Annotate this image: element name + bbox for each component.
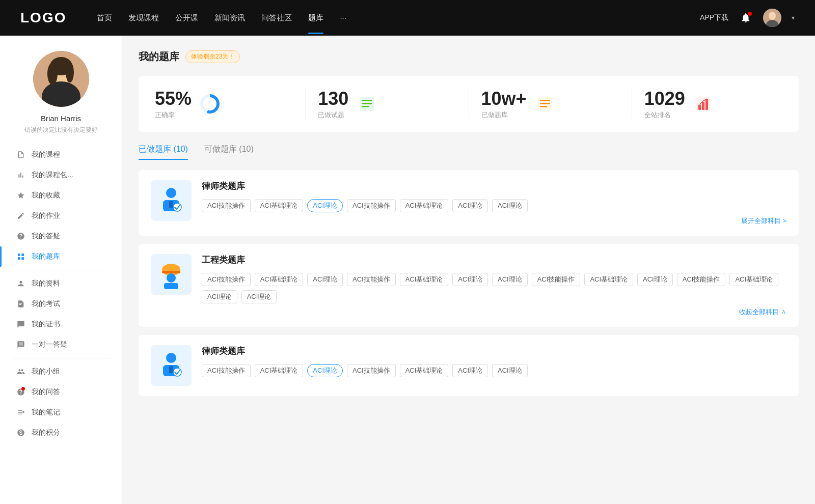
eng-tag-13[interactable]: ACI理论 [202, 290, 237, 303]
eng-tag-2[interactable]: ACI基础理论 [255, 273, 304, 286]
pie-chart-inner [203, 97, 216, 110]
navbar-right: APP下载 ▾ [700, 9, 795, 27]
tag-5[interactable]: ACI基础理论 [400, 199, 449, 212]
law2-tag-6[interactable]: ACI理论 [452, 364, 488, 377]
law2-tag-7[interactable]: ACI理论 [492, 364, 528, 377]
trial-badge: 体验剩余23天！ [185, 50, 240, 63]
eng-tag-5[interactable]: ACI基础理论 [400, 273, 449, 286]
qbank-card-lawyer-2: 律师类题库 ACI技能操作 ACI基础理论 ACI理论 ACI技能操作 ACI基… [139, 335, 799, 396]
avatar[interactable] [763, 9, 781, 27]
sidebar-item-favorites[interactable]: 我的收藏 [0, 185, 122, 206]
qbank-card-engineer: 工程类题库 ACI技能操作 ACI基础理论 ACI理论 ACI技能操作 ACI基… [139, 244, 799, 327]
sidebar-label-1v1: 一对一答疑 [32, 340, 67, 349]
logo[interactable]: LOGO [20, 10, 66, 26]
svg-rect-12 [362, 106, 369, 107]
svg-rect-23 [169, 201, 173, 208]
sidebar-item-homework[interactable]: 我的作业 [0, 206, 122, 226]
svg-rect-19 [702, 102, 704, 110]
qbank-card-lawyer-1: 律师类题库 ACI技能操作 ACI基础理论 ACI理论 ACI技能操作 ACI基… [139, 170, 799, 236]
page-title: 我的题库 [139, 50, 179, 64]
tag-1[interactable]: ACI技能操作 [202, 199, 251, 212]
eng-tag-7[interactable]: ACI理论 [492, 273, 528, 286]
nav-qa[interactable]: 问答社区 [261, 13, 292, 23]
nav-links: 首页 发现课程 公开课 新闻资讯 问答社区 题库 ··· [97, 13, 700, 23]
avatar-image [763, 9, 781, 27]
navbar: LOGO 首页 发现课程 公开课 新闻资讯 问答社区 题库 ··· APP下载 … [0, 0, 815, 36]
svg-rect-28 [164, 283, 178, 289]
expand-btn-lawyer-1[interactable]: 展开全部科目 > [741, 216, 786, 226]
notification-bell[interactable] [739, 11, 753, 25]
sidebar-label-homework: 我的作业 [32, 211, 60, 220]
sidebar-item-myqa[interactable]: 我的问答 [0, 382, 122, 402]
sidebar-item-certs[interactable]: 我的证书 [0, 314, 122, 334]
eng-tag-12[interactable]: ACI基础理论 [729, 273, 778, 286]
sidebar-item-profile[interactable]: 我的资料 [0, 273, 122, 294]
app-download[interactable]: APP下载 [700, 13, 728, 22]
svg-point-27 [167, 273, 176, 283]
nav-open-course[interactable]: 公开课 [175, 13, 198, 23]
stat-rank-value: 1029 [644, 88, 685, 109]
sidebar-item-1v1[interactable]: 一对一答疑 [0, 334, 122, 355]
nav-qbank[interactable]: 题库 [308, 13, 323, 23]
sidebar-label-myqa: 我的问答 [32, 387, 60, 397]
stat-done-banks-value: 10w+ [481, 88, 527, 109]
tag-3-active[interactable]: ACI理论 [307, 199, 343, 212]
svg-rect-10 [362, 100, 372, 101]
law2-tag-1[interactable]: ACI技能操作 [202, 364, 251, 377]
tag-2[interactable]: ACI基础理论 [255, 199, 304, 212]
tag-6[interactable]: ACI理论 [452, 199, 488, 212]
notification-dot [748, 12, 752, 16]
sidebar-label-points: 我的积分 [32, 428, 60, 437]
qbank-body-engineer: 工程类题库 ACI技能操作 ACI基础理论 ACI理论 ACI技能操作 ACI基… [202, 254, 786, 317]
eng-tag-3[interactable]: ACI理论 [307, 273, 343, 286]
lawyer-icon-2 [158, 351, 184, 380]
eng-tag-9[interactable]: ACI基础理论 [584, 273, 633, 286]
sidebar-item-notes[interactable]: 我的笔记 [0, 402, 122, 423]
qa-dot [21, 387, 25, 390]
sidebar-label-notes: 我的笔记 [32, 408, 60, 417]
sidebar-item-groups[interactable]: 我的小组 [0, 361, 122, 382]
stat-accuracy-label: 正确率 [155, 110, 192, 120]
collapse-btn-engineer[interactable]: 收起全部科目 ∧ [739, 307, 786, 317]
tab-done[interactable]: 已做题库 (10) [139, 144, 188, 160]
sidebar-item-qa[interactable]: 我的答疑 [0, 226, 122, 246]
qbank-body-lawyer-1: 律师类题库 ACI技能操作 ACI基础理论 ACI理论 ACI技能操作 ACI基… [202, 180, 786, 226]
law2-tag-3-active[interactable]: ACI理论 [307, 364, 343, 377]
nav-discover[interactable]: 发现课程 [128, 13, 159, 23]
nav-home[interactable]: 首页 [97, 13, 112, 23]
eng-tag-11[interactable]: ACI技能操作 [677, 273, 726, 286]
svg-rect-16 [540, 106, 547, 107]
chart-icon [16, 171, 25, 180]
qbank-icon-lawyer [151, 180, 192, 221]
chevron-down-icon[interactable]: ▾ [792, 14, 795, 21]
qbank-body-lawyer-2: 律师类题库 ACI技能操作 ACI基础理论 ACI理论 ACI技能操作 ACI基… [202, 345, 786, 377]
law2-tag-4[interactable]: ACI技能操作 [347, 364, 396, 377]
pie-chart-icon [200, 94, 220, 114]
sidebar-item-qbank[interactable]: 我的题库 [0, 246, 122, 267]
tab-available[interactable]: 可做题库 (10) [204, 144, 254, 160]
law2-tag-2[interactable]: ACI基础理论 [255, 364, 304, 377]
sidebar-item-points[interactable]: 我的积分 [0, 423, 122, 443]
tag-7[interactable]: ACI理论 [492, 199, 528, 212]
sidebar-label-qbank: 我的题库 [32, 252, 60, 261]
eng-tag-1[interactable]: ACI技能操作 [202, 273, 251, 286]
eng-tag-6[interactable]: ACI理论 [452, 273, 488, 286]
sidebar-item-exams[interactable]: 我的考试 [0, 294, 122, 314]
sidebar-item-packages[interactable]: 我的课程包... [0, 165, 122, 185]
eng-tag-4[interactable]: ACI技能操作 [347, 273, 396, 286]
eng-tag-8[interactable]: ACI技能操作 [532, 273, 581, 286]
sidebar-item-courses[interactable]: 我的课程 [0, 145, 122, 165]
svg-point-21 [166, 188, 176, 198]
eng-tag-10[interactable]: ACI理论 [637, 273, 673, 286]
tag-4[interactable]: ACI技能操作 [347, 199, 396, 212]
svg-point-7 [47, 63, 58, 85]
doc-green-icon [358, 95, 376, 113]
banks-icon [535, 94, 555, 114]
page-layout: Brian Harris 错误的决定比没有决定要好 我的课程 我的课程包... [0, 36, 815, 504]
law2-tag-5[interactable]: ACI基础理论 [400, 364, 449, 377]
eng-tag-14[interactable]: ACI理论 [241, 290, 277, 303]
nav-more[interactable]: ··· [340, 13, 346, 23]
person-icon [16, 279, 25, 288]
nav-news[interactable]: 新闻资讯 [214, 13, 245, 23]
svg-rect-26 [162, 271, 180, 273]
